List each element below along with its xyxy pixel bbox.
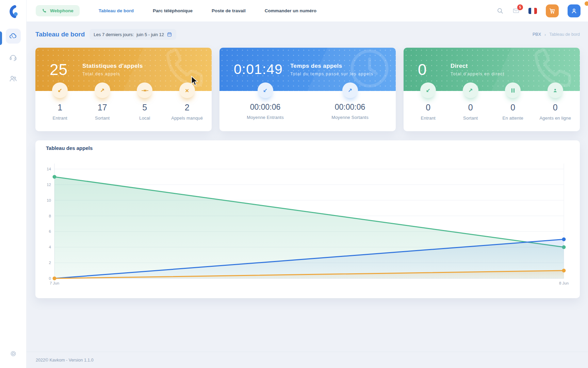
direct-calls-card: 0 Direct Total d'appels en direct ↙ 0: [404, 48, 580, 131]
sidebar-item-contacts[interactable]: [6, 71, 21, 86]
footer: 2022© Kavkom - Version 1.1.0: [27, 352, 588, 368]
svg-text:10: 10: [47, 198, 51, 202]
svg-text:8 Jun: 8 Jun: [559, 281, 569, 285]
stat-value: 0: [553, 103, 558, 112]
svg-text:6: 6: [49, 229, 51, 233]
active-indicator: [0, 31, 2, 45]
call-time-card: 0:01:49 Temps des appels Total du temps …: [219, 48, 396, 131]
incoming-arrow-icon: ↙: [258, 82, 273, 98]
nav-webphone[interactable]: Webphone: [36, 5, 80, 16]
sidebar-item-settings[interactable]: [9, 350, 17, 359]
account-button[interactable]: [568, 4, 581, 17]
total-time-value: 0:01:49: [234, 61, 284, 77]
breadcrumb-pbx[interactable]: PBX: [533, 32, 541, 37]
stat-label: Entrant: [421, 116, 436, 121]
gear-icon: [9, 350, 17, 358]
call-time-banner: 0:01:49 Temps des appels Total du temps …: [219, 48, 396, 91]
dashboard-content: Tableau de bord Les 7 derniers jours: ju…: [27, 21, 588, 352]
mail-icon[interactable]: 5: [512, 7, 520, 14]
card-title: Direct: [451, 63, 505, 70]
date-range-value: juin 5 - juin 12: [136, 32, 164, 37]
svg-text:8: 8: [49, 214, 51, 218]
sidebar-item-pbx[interactable]: [6, 29, 21, 44]
mail-badge: 5: [517, 4, 523, 10]
stat-value: 1: [58, 103, 62, 112]
stat-label: Agents en ligne: [539, 116, 571, 121]
calendar-icon: [167, 32, 172, 37]
breadcrumb: PBX › Tableau de bord: [533, 32, 580, 37]
svg-text:12: 12: [47, 183, 51, 187]
stat-label: Sortant: [95, 116, 110, 121]
card-subtitle: Total d'appels en direct: [451, 72, 505, 76]
stat-en-attente: 0 En attente: [492, 91, 534, 121]
calls-chart-card: Tableau des appels 024681012147 Jun8 Jun: [35, 140, 580, 298]
nav-commander-un-numero[interactable]: Commander un numéro: [265, 8, 316, 13]
stat-label: Entrant: [53, 116, 67, 121]
stat-moyenne-sortants: ↗ 00:00:06 Moyenne Sortants: [308, 91, 392, 120]
footer-version: 2022© Kavkom - Version 1.1.0: [36, 358, 94, 363]
outgoing-arrow-icon: ↗: [463, 82, 478, 98]
stat-value: 00:00:06: [250, 103, 281, 112]
svg-text:0: 0: [49, 276, 51, 280]
card-title: Statistiques d'appels: [82, 63, 143, 70]
date-filter-label: Les 7 derniers jours:: [94, 32, 134, 37]
cart-button[interactable]: [546, 4, 559, 17]
stat-value: 00:00:06: [335, 103, 365, 112]
stat-value: 5: [142, 103, 147, 112]
nav-tableau-de-bord[interactable]: Tableau de bord: [99, 8, 134, 13]
stat-direct-entrant: ↙ 0 Entrant: [407, 91, 450, 121]
outgoing-arrow-icon: ↗: [342, 82, 358, 98]
stat-label: Moyenne Sortants: [331, 115, 369, 120]
stat-agents-en-ligne: 0 Agents en ligne: [534, 91, 577, 121]
stat-label: Local: [139, 116, 150, 121]
breadcrumb-separator: ›: [544, 32, 546, 37]
stat-direct-sortant: ↗ 0 Sortant: [450, 91, 492, 121]
stat-value: 0: [426, 103, 430, 112]
stat-label: Appels manqué: [171, 116, 203, 121]
breadcrumb-current: Tableau de bord: [549, 32, 580, 37]
incoming-arrow-icon: ↙: [52, 82, 68, 98]
stat-entrant: ↙ 1 Entrant: [39, 91, 81, 121]
sidebar-item-support[interactable]: [6, 50, 21, 65]
total-direct-value: 0: [418, 60, 451, 79]
merge-arrows-icon: →←: [137, 82, 152, 98]
search-icon[interactable]: [496, 7, 504, 14]
outgoing-arrow-icon: ↗: [95, 82, 110, 98]
date-range-filter[interactable]: Les 7 derniers jours: juin 5 - juin 12: [89, 29, 176, 40]
stat-value: 0: [468, 103, 473, 112]
stat-label: En attente: [503, 116, 523, 121]
webphone-label: Webphone: [50, 8, 74, 13]
notification-dot: [585, 1, 588, 6]
stat-label: Sortant: [463, 116, 478, 121]
stat-local: →← 5 Local: [124, 91, 166, 121]
total-calls-value: 25: [50, 60, 82, 79]
kavkom-logo[interactable]: [6, 4, 21, 19]
nav-poste-de-travail[interactable]: Poste de travail: [212, 8, 246, 13]
stat-moyenne-entrants: ↙ 00:00:06 Moyenne Entrants: [223, 91, 308, 120]
svg-text:2: 2: [49, 261, 51, 265]
incoming-arrow-icon: ↙: [420, 82, 436, 98]
stat-sortant: ↗ 17 Sortant: [81, 91, 124, 121]
card-title: Temps des appels: [290, 63, 373, 70]
users-icon: [9, 74, 17, 83]
page-title: Tableau de bord: [35, 31, 85, 38]
agent-icon: [548, 82, 563, 98]
headset-icon: [9, 53, 17, 62]
phone-icon: [42, 8, 47, 13]
card-subtitle: Total du temps passé sur les appels: [290, 72, 373, 76]
stat-value: 0: [510, 103, 515, 112]
svg-text:4: 4: [49, 245, 51, 249]
card-subtitle: Total des appels: [82, 72, 143, 76]
svg-text:14: 14: [47, 167, 51, 171]
top-navigation: Tableau de bord Parc téléphonique Poste …: [99, 8, 316, 13]
language-flag-fr[interactable]: [528, 8, 537, 14]
nav-parc-telephonique[interactable]: Parc téléphonique: [153, 8, 193, 13]
cart-icon: [549, 7, 556, 14]
app-window: Webphone Tableau de bord Parc téléphoniq…: [0, 0, 588, 368]
stat-label: Moyenne Entrants: [247, 115, 284, 120]
calls-chart: 024681012147 Jun8 Jun: [35, 140, 580, 298]
user-icon: [571, 7, 577, 14]
sidebar: [0, 0, 27, 368]
missed-call-icon: ×: [179, 82, 195, 98]
pause-icon: [505, 82, 521, 98]
